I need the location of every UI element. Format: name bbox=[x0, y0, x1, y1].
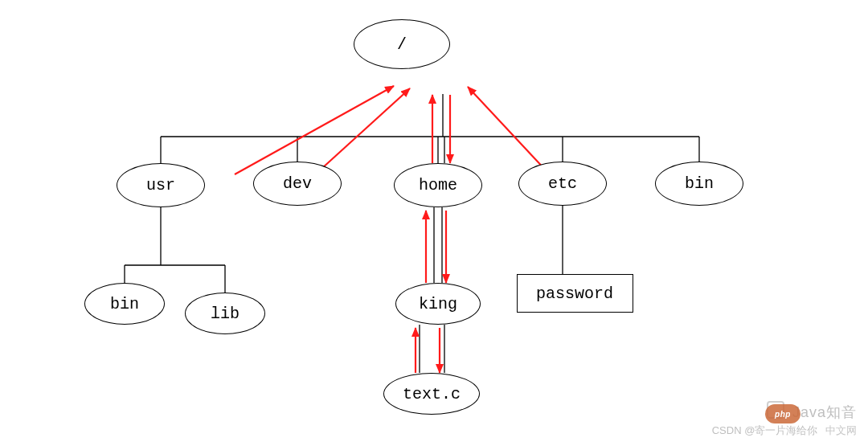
node-home: home bbox=[394, 163, 482, 207]
node-bin2: bin bbox=[655, 162, 743, 206]
php-badge-text: php bbox=[775, 410, 791, 419]
node-dev: dev bbox=[253, 162, 342, 206]
node-pass: password bbox=[517, 274, 633, 313]
node-label: usr bbox=[146, 176, 175, 194]
flow-arrow bbox=[235, 86, 394, 174]
node-label: dev bbox=[283, 174, 312, 193]
node-label: lib bbox=[211, 305, 240, 323]
node-etc: etc bbox=[518, 162, 607, 206]
node-label: king bbox=[419, 295, 457, 313]
node-label: bin bbox=[685, 174, 714, 193]
node-label: / bbox=[397, 35, 407, 54]
flow-arrow bbox=[468, 87, 547, 171]
watermark: php Java知音 CSDN @寄一片海给你 中文网 bbox=[712, 401, 857, 438]
node-king: king bbox=[395, 283, 481, 325]
node-root: / bbox=[354, 19, 450, 69]
node-usr: usr bbox=[117, 163, 205, 207]
node-label: home bbox=[419, 176, 457, 194]
node-label: text.c bbox=[403, 385, 461, 403]
node-label: etc bbox=[548, 174, 577, 193]
php-badge-icon: php bbox=[765, 404, 800, 423]
node-label: bin bbox=[110, 295, 139, 313]
node-label: password bbox=[536, 284, 613, 303]
node-text: text.c bbox=[383, 373, 480, 415]
diagram-canvas: /usrdevhomeetcbinbinlibkingpasswordtext.… bbox=[0, 0, 868, 446]
node-bin: bin bbox=[84, 283, 165, 325]
flow-arrow bbox=[321, 88, 410, 169]
wechat-icon bbox=[767, 401, 784, 419]
watermark-line2: CSDN @寄一片海给你 中文网 bbox=[712, 423, 857, 438]
node-lib: lib bbox=[185, 293, 265, 334]
watermark-line1: Java知音 bbox=[712, 401, 857, 422]
